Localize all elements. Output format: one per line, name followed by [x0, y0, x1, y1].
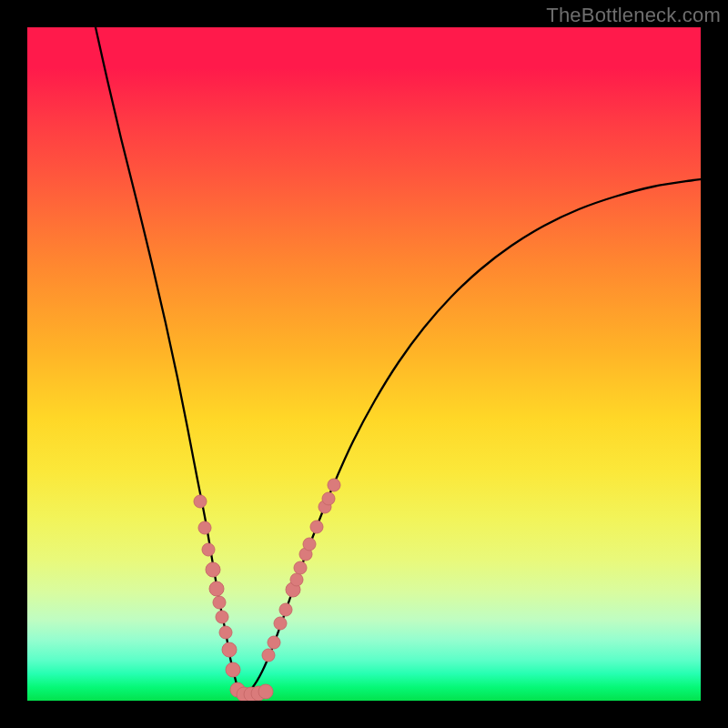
watermark-text: TheBottleneck.com — [546, 4, 721, 27]
data-marker — [268, 636, 280, 649]
data-marker — [328, 479, 340, 491]
data-marker — [219, 626, 232, 639]
data-marker — [209, 581, 224, 596]
chart-stage: TheBottleneck.com — [0, 0, 728, 728]
chart-svg — [27, 27, 701, 701]
data-marker — [226, 662, 240, 677]
data-marker — [262, 649, 275, 662]
data-marker — [303, 538, 316, 551]
plot-area — [27, 27, 701, 701]
marker-group — [194, 479, 340, 701]
data-marker — [206, 562, 220, 577]
data-marker — [322, 492, 335, 505]
data-marker — [294, 561, 307, 574]
data-marker — [222, 642, 237, 657]
data-marker — [290, 573, 303, 586]
data-marker — [194, 495, 207, 508]
right-curve — [242, 179, 701, 696]
data-marker — [310, 521, 323, 533]
data-marker — [198, 521, 211, 534]
data-marker — [202, 543, 215, 556]
data-marker — [216, 611, 228, 623]
data-marker — [213, 596, 226, 609]
data-marker — [279, 603, 292, 616]
data-marker — [258, 684, 273, 699]
curve-group — [96, 27, 701, 696]
data-marker — [274, 617, 287, 630]
